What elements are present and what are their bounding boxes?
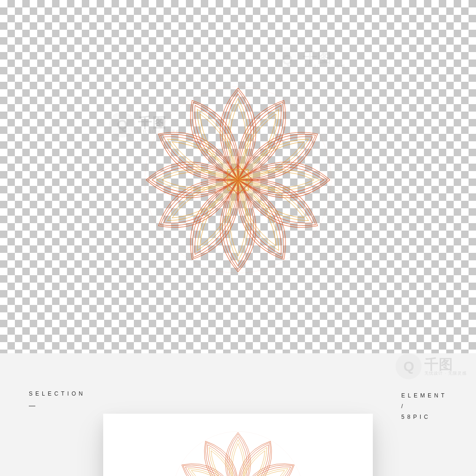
watermark-tagline: 无忧设计 · 无限灵感 bbox=[424, 371, 467, 376]
svg-point-5 bbox=[172, 431, 304, 476]
selection-dash: — bbox=[29, 402, 86, 409]
watermark-letter: Q bbox=[403, 358, 414, 374]
element-source: 58PIC bbox=[401, 414, 430, 420]
watermark-badge: Q 千图 无忧设计 · 无限灵感 bbox=[274, 46, 345, 73]
watermark-text: 千图 无忧设计 · 无限灵感 bbox=[303, 50, 345, 69]
rosette-icon bbox=[168, 428, 308, 476]
watermark-badge: Q 千图 无忧设计 · 无限灵感 bbox=[396, 353, 467, 379]
watermark-circle-icon: Q bbox=[396, 353, 422, 379]
selection-label-block: SELECTION — bbox=[29, 390, 86, 409]
rosette-icon bbox=[139, 81, 337, 278]
element-slash: / bbox=[401, 401, 447, 412]
watermark-text: 千图 无忧设计 · 无限灵感 bbox=[424, 357, 467, 376]
transparency-checker-background: Q 千图 无忧设计 · 无限灵感 Q 千图 无忧设计 · 无限灵感 bbox=[0, 0, 476, 353]
element-heading: ELEMENT bbox=[401, 392, 447, 399]
mockup-background: SELECTION — ELEMENT / 58PIC Q 千图 无忧设计 · … bbox=[0, 353, 476, 476]
watermark-letter: Q bbox=[282, 52, 292, 67]
ornament-graphic-card bbox=[168, 428, 308, 476]
watermark-tagline: 无忧设计 · 无限灵感 bbox=[303, 65, 345, 69]
element-label-block: ELEMENT / 58PIC bbox=[401, 390, 447, 422]
selection-heading: SELECTION bbox=[29, 390, 86, 397]
ornament-graphic-main bbox=[139, 81, 337, 278]
watermark-brand: 千图 bbox=[303, 50, 345, 65]
watermark-letter: Q bbox=[117, 117, 127, 132]
preview-card bbox=[103, 414, 373, 476]
watermark-circle-icon: Q bbox=[274, 46, 300, 73]
watermark-brand: 千图 bbox=[424, 357, 467, 372]
watermark-circle-icon: Q bbox=[109, 112, 135, 138]
